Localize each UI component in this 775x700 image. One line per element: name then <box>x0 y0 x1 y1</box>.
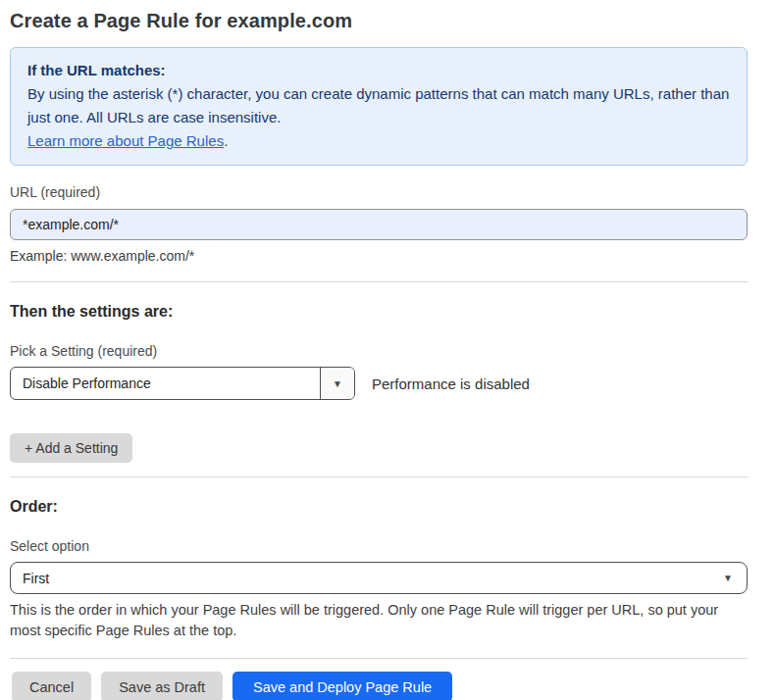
url-field-label: URL (required) <box>10 184 748 200</box>
setting-select-value: Disable Performance <box>11 368 320 399</box>
chevron-down-icon: ▼ <box>333 378 342 389</box>
setting-status-text: Performance is disabled <box>372 375 530 392</box>
url-input[interactable] <box>10 209 748 240</box>
learn-more-link[interactable]: Learn more about Page Rules <box>27 132 224 149</box>
order-select[interactable]: First ▼ <box>10 562 748 594</box>
info-box-body: By using the asterisk (*) character, you… <box>27 82 730 129</box>
url-example-text: Example: www.example.com/* <box>10 248 748 264</box>
setting-row: Disable Performance ▼ Performance is dis… <box>10 367 748 400</box>
setting-select-arrow-button[interactable]: ▼ <box>320 368 354 399</box>
order-select-value: First <box>23 571 49 586</box>
save-as-draft-button[interactable]: Save as Draft <box>101 672 223 700</box>
link-suffix: . <box>224 132 228 149</box>
section-divider <box>10 281 748 282</box>
setting-select[interactable]: Disable Performance ▼ <box>10 367 355 400</box>
info-box-heading: If the URL matches: <box>27 59 730 82</box>
page-title: Create a Page Rule for example.com <box>10 8 748 33</box>
settings-section-heading: Then the settings are: <box>10 303 748 321</box>
info-box-link-line: Learn more about Page Rules. <box>27 129 730 153</box>
pick-setting-label: Pick a Setting (required) <box>10 343 748 359</box>
cancel-button[interactable]: Cancel <box>12 672 91 700</box>
save-and-deploy-button[interactable]: Save and Deploy Page Rule <box>232 672 452 700</box>
order-help-text: This is the order in which your Page Rul… <box>10 600 741 641</box>
footer-actions: Cancel Save as Draft Save and Deploy Pag… <box>10 672 748 700</box>
add-setting-button[interactable]: + Add a Setting <box>10 433 132 463</box>
order-section-heading: Order: <box>10 498 748 516</box>
section-divider <box>10 476 748 477</box>
order-select-label: Select option <box>10 538 748 554</box>
chevron-down-icon: ▼ <box>723 573 733 583</box>
footer-divider <box>10 658 748 659</box>
page-rule-form: Create a Page Rule for example.com If th… <box>0 0 775 700</box>
url-match-info-box: If the URL matches: By using the asteris… <box>10 47 748 166</box>
